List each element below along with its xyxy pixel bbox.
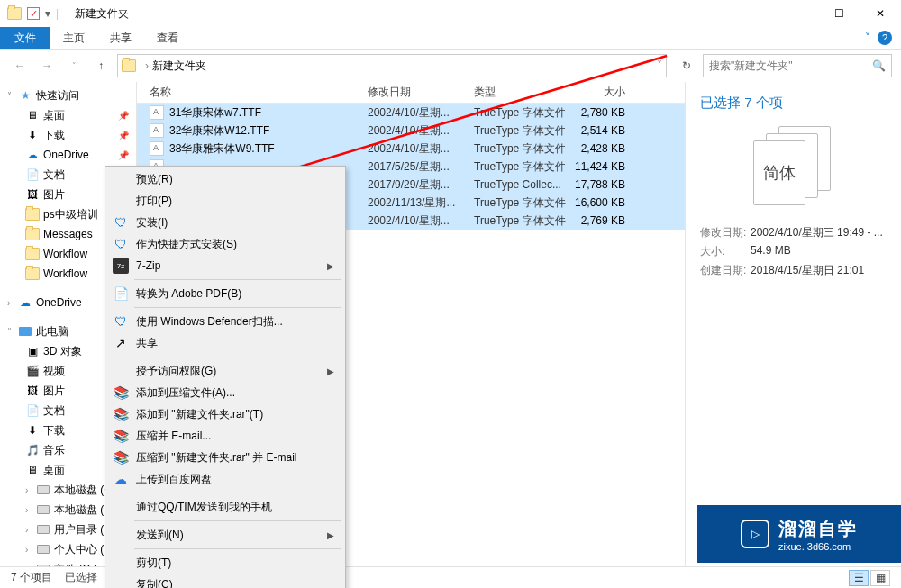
sidebar-item-label: 图片 [43, 384, 65, 399]
desktop-icon: 🖥 [25, 463, 40, 477]
minimize-button[interactable]: ─ [777, 0, 818, 27]
file-name: 38华康雅宋体W9.TTF [169, 141, 275, 157]
nav-forward[interactable]: → [36, 55, 58, 77]
sidebar-item-desktop[interactable]: 🖥桌面📌 [0, 105, 136, 125]
pin-icon: 📌 [118, 111, 129, 121]
sidebar-item-label: OneDrive [43, 149, 89, 161]
sidebar-item-label: 文件 (G:) [54, 562, 97, 567]
menu-copy[interactable]: 复制(C) [107, 574, 343, 588]
menu-add-archive[interactable]: 📚添加到压缩文件(A)... [107, 382, 343, 403]
chevron-icon[interactable]: › [141, 59, 152, 72]
rar-icon: 📚 [113, 449, 129, 466]
menu-add-rar[interactable]: 📚添加到 "新建文件夹.rar"(T) [107, 403, 343, 425]
details-label: 创建日期: [700, 263, 751, 278]
header-date[interactable]: 修改日期 [368, 85, 474, 100]
ribbon: 文件 主页 共享 查看 ˅ ? [0, 27, 901, 50]
video-icon: 🎬 [25, 364, 40, 378]
file-row[interactable]: 38华康雅宋体W9.TTF 2002/4/10/星期... TrueType 字… [137, 140, 685, 158]
chevron-right-icon: ▶ [327, 366, 334, 376]
sidebar-item-downloads[interactable]: ⬇下载📌 [0, 125, 136, 145]
menu-cut[interactable]: 剪切(T) [107, 552, 343, 574]
view-details-button[interactable]: ☰ [849, 570, 869, 586]
chevron-down-icon[interactable]: ˅ [7, 327, 18, 337]
nav-recent[interactable]: ˅ [63, 55, 85, 77]
menu-preview[interactable]: 预览(R) [107, 168, 343, 190]
drive-icon [36, 562, 50, 566]
breadcrumb-folder[interactable]: 新建文件夹 [152, 59, 206, 74]
tab-home[interactable]: 主页 [50, 27, 97, 49]
nav-back[interactable]: ← [9, 55, 31, 77]
search-icon[interactable]: 🔍 [872, 59, 886, 72]
file-date: 2002/4/10/星期... [368, 105, 474, 121]
pdf-icon: 📄 [113, 285, 129, 302]
shield-icon: 🛡 [113, 236, 129, 252]
folder-icon [7, 7, 22, 20]
folder-icon [25, 207, 40, 222]
refresh-button[interactable]: ↻ [676, 55, 697, 77]
chevron-right-icon[interactable]: › [25, 505, 36, 515]
menu-install[interactable]: 🛡安装(I) [107, 212, 343, 233]
menu-print[interactable]: 打印(P) [107, 190, 343, 212]
chevron-down-icon[interactable]: ˅ [7, 91, 18, 101]
pin-icon: 📌 [118, 150, 129, 160]
chevron-right-icon[interactable]: › [25, 545, 36, 555]
file-tab[interactable]: 文件 [0, 27, 50, 49]
menu-compress-to[interactable]: 📚压缩到 "新建文件夹.rar" 并 E-mail [107, 447, 343, 468]
header-size[interactable]: 大小 [569, 85, 636, 100]
chevron-right-icon[interactable]: › [25, 525, 36, 535]
file-size: 17,788 KB [569, 178, 636, 191]
file-row[interactable]: 32华康宋体W12.TTF 2002/4/10/星期... TrueType 字… [137, 122, 685, 140]
window-title: 新建文件夹 [75, 6, 777, 22]
font-file-icon [150, 105, 164, 120]
close-button[interactable]: ✕ [860, 0, 901, 27]
nav-up[interactable]: ↑ [90, 55, 112, 77]
baidu-icon: ☁ [113, 471, 129, 487]
menu-grant-access[interactable]: 授予访问权限(G)▶ [107, 360, 343, 382]
tab-share[interactable]: 共享 [97, 27, 144, 49]
file-name: 32华康宋体W12.TTF [169, 123, 269, 139]
checkbox-icon[interactable]: ✓ [27, 7, 40, 20]
sidebar-item-label: 图片 [43, 187, 65, 203]
menu-compress-email[interactable]: 📚压缩并 E-mail... [107, 425, 343, 447]
folder-icon [25, 227, 40, 241]
chevron-right-icon: ▶ [327, 530, 334, 540]
search-input[interactable] [709, 59, 872, 72]
search-box[interactable]: 🔍 [703, 54, 892, 77]
menu-defender[interactable]: 🛡使用 Windows Defender扫描... [107, 311, 343, 332]
menu-adobe[interactable]: 📄转换为 Adobe PDF(B) [107, 283, 343, 304]
shield-icon: 🛡 [113, 214, 129, 231]
details-label: 修改日期: [700, 225, 751, 240]
chevron-right-icon[interactable]: › [25, 485, 36, 495]
menu-7zip[interactable]: 7z7-Zip▶ [107, 255, 343, 276]
file-size: 2,780 KB [569, 106, 636, 119]
pin-icon: 📌 [118, 131, 129, 140]
overflow-icon[interactable]: ▾ [45, 7, 50, 20]
menu-sendto[interactable]: 发送到(N)▶ [107, 524, 343, 546]
column-headers: 名称 修改日期 类型 大小 [137, 82, 685, 104]
view-icons-button[interactable]: ▦ [870, 570, 890, 586]
breadcrumb[interactable]: › 新建文件夹 ˅ [117, 54, 667, 77]
sidebar-item-onedrive[interactable]: ☁OneDrive📌 [0, 145, 136, 165]
menu-qq[interactable]: 通过QQ/TIM发送到我的手机 [107, 496, 343, 518]
header-type[interactable]: 类型 [474, 85, 569, 100]
breadcrumb-dropdown[interactable]: ˅ [657, 59, 662, 72]
tab-view[interactable]: 查看 [144, 27, 191, 49]
menu-share[interactable]: ↗共享 [107, 332, 343, 354]
rar-icon: 📚 [113, 406, 129, 422]
menu-separator [134, 520, 341, 521]
menu-install-shortcut[interactable]: 🛡作为快捷方式安装(S) [107, 233, 343, 255]
help-icon[interactable]: ? [878, 31, 892, 45]
sidebar-item-label: OneDrive [36, 296, 82, 309]
drive-icon [36, 483, 50, 497]
header-name[interactable]: 名称 [150, 85, 368, 100]
menu-baidu[interactable]: ☁上传到百度网盘 [107, 468, 343, 490]
chevron-right-icon[interactable]: › [25, 565, 36, 567]
folder-icon [25, 247, 40, 261]
chevron-right-icon[interactable]: › [7, 298, 18, 308]
file-date: 2002/4/10/星期... [368, 213, 474, 229]
maximize-button[interactable]: ☐ [818, 0, 860, 27]
file-row[interactable]: 31华康宋体w7.TTF 2002/4/10/星期... TrueType 字体… [137, 104, 685, 122]
ribbon-expand-icon[interactable]: ˅ [865, 32, 870, 44]
sidebar-quick-access[interactable]: ˅ ★ 快速访问 [0, 86, 136, 105]
details-value: 54.9 MB [751, 244, 887, 259]
